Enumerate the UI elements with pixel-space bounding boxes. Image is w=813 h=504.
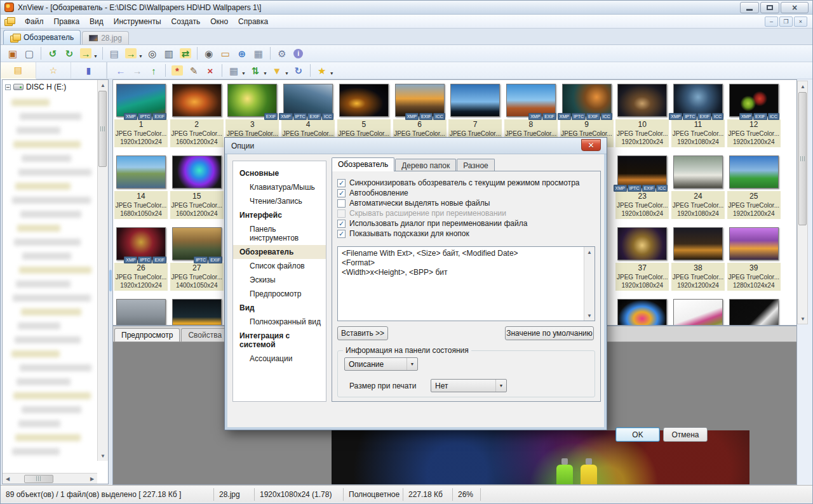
- checkbox-unchecked-icon[interactable]: [337, 209, 346, 218]
- tree-item-disc-h[interactable]: DISC H (E:): [3, 80, 108, 93]
- options-category-список-файлов[interactable]: Список файлов: [233, 259, 326, 273]
- scroll-left-icon[interactable]: ◀: [3, 474, 13, 484]
- tab-image-28jpg[interactable]: 28.jpg: [82, 31, 129, 44]
- rotate-left-icon[interactable]: ↺: [45, 46, 60, 60]
- statusbar-template-textarea[interactable]: ▲ ▼ <Filename With Ext>, <Size> байт, <M…: [337, 246, 595, 321]
- scroll-up-icon[interactable]: ▲: [798, 81, 808, 91]
- export-icon[interactable]: ⇄: [178, 46, 193, 60]
- print-icon[interactable]: ▥: [161, 46, 177, 60]
- favorites-tab[interactable]: ☆: [36, 62, 72, 79]
- options-category-обозреватель[interactable]: Обозреватель: [233, 245, 326, 259]
- mdi-minimize-button[interactable]: –: [765, 17, 778, 27]
- contact-sheet-icon[interactable]: ▦: [251, 46, 266, 60]
- folders-tab[interactable]: ▤: [1, 62, 36, 79]
- search-icon[interactable]: ◎: [145, 46, 160, 60]
- thumbnail-tile[interactable]: [170, 299, 224, 326]
- capture-icon[interactable]: ◉: [201, 46, 217, 60]
- move-to-folder-icon[interactable]: →: [78, 46, 93, 60]
- dialog-close-button[interactable]: ✕: [581, 139, 601, 151]
- print-size-combobox[interactable]: Нет ▼: [431, 379, 507, 392]
- slideshow-icon[interactable]: ▭: [218, 46, 233, 60]
- preview-tab-свойства[interactable]: Свойства: [181, 328, 229, 342]
- tree-horizontal-scrollbar[interactable]: ◀ ▶: [3, 473, 97, 484]
- favorites-dropdown-icon[interactable]: ▼: [330, 71, 334, 76]
- menu-файл[interactable]: Файл: [20, 15, 49, 28]
- thumbnail-tile[interactable]: [671, 299, 725, 326]
- cancel-button[interactable]: Отмена: [663, 427, 708, 442]
- checkbox-row[interactable]: Скрывать расширение при переименовании: [337, 208, 595, 218]
- preview-tab-предпросмотр[interactable]: Предпросмотр: [114, 328, 180, 342]
- view-mode-dropdown-icon[interactable]: ▼: [241, 71, 246, 76]
- browse-icon[interactable]: ▣: [5, 46, 20, 60]
- rename-icon[interactable]: ✎: [186, 63, 201, 77]
- mdi-restore-button[interactable]: ❐: [779, 17, 793, 27]
- properties-icon[interactable]: ▤: [107, 46, 122, 60]
- delete-icon[interactable]: ×: [203, 63, 218, 77]
- move-to-folder-dropdown-icon[interactable]: ▼: [93, 54, 98, 58]
- thumbnail-tile-14[interactable]: 14JPEG TrueColor...1680x1050x24: [114, 156, 168, 219]
- thumbnail-tile[interactable]: [615, 299, 669, 326]
- checkbox-checked-icon[interactable]: ✓: [337, 179, 346, 187]
- refresh-icon[interactable]: ↻: [291, 63, 306, 77]
- thumbnail-tile-2[interactable]: 2JPEG TrueColor...1600x1200x24: [170, 84, 224, 147]
- new-folder-icon[interactable]: *: [170, 63, 185, 77]
- minimize-button[interactable]: [740, 2, 759, 13]
- options-category-чтение-запись[interactable]: Чтение/Запись: [233, 194, 326, 208]
- menu-справка[interactable]: Справка: [233, 15, 273, 28]
- checkbox-row[interactable]: ✓Показывать подсказки для кнопок: [337, 229, 595, 239]
- filter-dropdown-icon[interactable]: ▼: [285, 71, 289, 76]
- options-category-полноэкранный-вид[interactable]: Полноэкранный вид: [233, 315, 326, 329]
- menu-окно[interactable]: Окно: [205, 15, 233, 28]
- menu-вид[interactable]: Вид: [84, 15, 109, 28]
- menu-инструменты[interactable]: Инструменты: [109, 15, 166, 28]
- options-category-клавиатура-мышь[interactable]: Клавиатура/Мышь: [233, 180, 326, 194]
- options-tab-разное[interactable]: Разное: [457, 159, 495, 171]
- options-tab-дерево-папок[interactable]: Дерево папок: [395, 159, 456, 171]
- webpage-icon[interactable]: ⊕: [234, 46, 250, 60]
- favorites-icon[interactable]: ★: [314, 63, 330, 77]
- thumbnail-tile-27[interactable]: IPTCEXIF27JPEG TrueColor...1400x1050x24: [170, 227, 224, 291]
- forward-icon[interactable]: →: [130, 63, 145, 77]
- sort-icon[interactable]: ⇅: [248, 63, 263, 77]
- menu-создать[interactable]: Создать: [166, 15, 206, 28]
- thumbnail-tile-10[interactable]: 10JPEG TrueColor...1920x1200x24: [615, 84, 669, 147]
- scroll-up-icon[interactable]: ▲: [98, 80, 108, 90]
- options-category-интеграция-с-системой[interactable]: Интеграция с системой: [233, 329, 326, 352]
- thumbnail-tile-1[interactable]: XMPIPTCEXIF1JPEG TrueColor...1920x1200x2…: [114, 84, 168, 147]
- back-icon[interactable]: ←: [113, 63, 128, 77]
- open-with-dropdown-icon[interactable]: ▼: [138, 54, 143, 58]
- fullscreen-icon[interactable]: ▢: [22, 46, 37, 60]
- thumbnail-tile-24[interactable]: 24JPEG TrueColor...1920x1080x24: [671, 156, 725, 219]
- thumbnail-tile-23[interactable]: XMPIPTCEXIFICC23JPEG TrueColor...1920x10…: [615, 156, 669, 219]
- ok-button[interactable]: OK: [615, 427, 660, 442]
- checkbox-checked-icon[interactable]: ✓: [337, 230, 346, 238]
- options-tab-обозреватель[interactable]: Обозреватель: [332, 157, 394, 171]
- checkbox-unchecked-icon[interactable]: [337, 199, 346, 208]
- scroll-down-icon[interactable]: ▼: [798, 314, 808, 324]
- textarea-scrollbar[interactable]: ▲ ▼: [584, 247, 595, 321]
- scroll-down-icon[interactable]: ▼: [98, 451, 108, 461]
- thumbnail-tile-11[interactable]: XMPIPTCEXIFICC11JPEG TrueColor...1920x10…: [671, 84, 725, 147]
- scroll-up-icon[interactable]: ▲: [584, 247, 595, 257]
- options-category-панель-инструментов[interactable]: Панель инструментов: [233, 222, 326, 245]
- settings-icon[interactable]: ⚙: [274, 46, 290, 60]
- scroll-down-icon[interactable]: ▼: [584, 310, 595, 321]
- tree-vertical-scrollbar[interactable]: ▲ ▼: [97, 80, 108, 461]
- thumbnail-tile-15[interactable]: 15JPEG TrueColor...1600x1200x24: [170, 156, 224, 219]
- checkbox-row[interactable]: Автоматически выделять новые файлы: [337, 198, 595, 208]
- checkbox-row[interactable]: ✓Синхронизировать обозреватель с текущим…: [337, 178, 595, 188]
- menu-правка[interactable]: Правка: [49, 15, 85, 28]
- options-category-вид[interactable]: Вид: [233, 301, 326, 315]
- description-combobox[interactable]: Описание ▼: [344, 357, 418, 371]
- maximize-button[interactable]: [760, 2, 779, 13]
- rotate-right-icon[interactable]: ↻: [62, 46, 77, 60]
- info-icon[interactable]: i: [291, 46, 306, 60]
- default-value-button[interactable]: Значение по умолчанию: [505, 326, 594, 340]
- checkbox-checked-icon[interactable]: ✓: [337, 189, 346, 197]
- thumbnail-tile[interactable]: [114, 299, 168, 326]
- thumbnail-tile-39[interactable]: 39JPEG TrueColor...1280x1024x24: [727, 227, 781, 291]
- filter-icon[interactable]: ▼: [269, 63, 285, 77]
- up-icon[interactable]: ↑: [146, 63, 161, 77]
- tab-browser[interactable]: Обозреватель: [3, 30, 81, 44]
- checkbox-checked-icon[interactable]: ✓: [337, 220, 346, 228]
